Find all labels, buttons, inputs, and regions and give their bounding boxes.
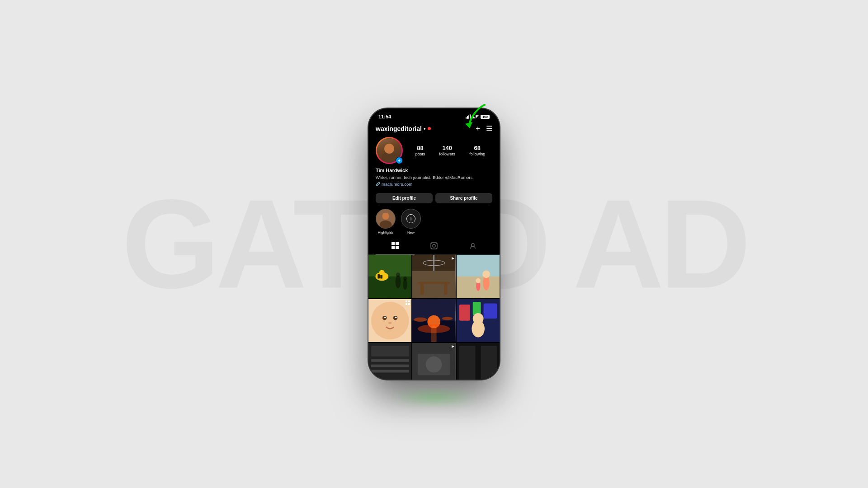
- svg-rect-66: [371, 359, 409, 362]
- svg-point-40: [371, 302, 409, 339]
- svg-rect-29: [418, 282, 450, 284]
- status-time: 11:54: [378, 114, 391, 119]
- profile-website[interactable]: 🔗 macrumors.com: [376, 182, 492, 187]
- photo-overlay-4: [406, 300, 410, 306]
- photo-overlay-8: ▶: [452, 344, 454, 348]
- tab-grid[interactable]: [376, 238, 415, 254]
- content-area: waxingeditorial ▾ ＋ ☰: [368, 121, 500, 380]
- profile-section: + 88 posts 140 followers: [368, 135, 500, 190]
- tab-tagged[interactable]: [453, 238, 492, 254]
- grid-photo-6[interactable]: [457, 299, 500, 342]
- svg-rect-67: [371, 365, 409, 367]
- live-dot: [428, 127, 431, 130]
- svg-point-22: [396, 273, 401, 277]
- grid-photo-3[interactable]: [457, 255, 500, 298]
- svg-rect-26: [412, 271, 455, 298]
- svg-point-38: [476, 278, 481, 283]
- svg-point-2: [382, 213, 389, 220]
- highlight-label-existing: Highlights: [377, 230, 393, 235]
- svg-point-71: [426, 357, 442, 373]
- posts-stat[interactable]: 88 posts: [415, 145, 425, 156]
- grid-photo-9[interactable]: [457, 343, 500, 380]
- svg-point-13: [436, 248, 437, 249]
- svg-point-44: [395, 316, 397, 318]
- svg-rect-34: [457, 255, 500, 277]
- username-container[interactable]: waxingeditorial ▾: [376, 125, 431, 132]
- svg-rect-74: [481, 346, 497, 380]
- svg-point-12: [431, 248, 432, 249]
- highlight-item-existing[interactable]: Highlights: [376, 209, 396, 235]
- add-story-button[interactable]: +: [396, 157, 403, 164]
- svg-rect-68: [371, 370, 409, 373]
- photo-grid: ▶: [368, 255, 500, 380]
- grid-photo-8[interactable]: ▶: [412, 343, 455, 380]
- followers-count: 140: [442, 145, 452, 151]
- svg-point-56: [442, 317, 453, 320]
- svg-rect-4: [392, 242, 395, 245]
- svg-rect-47: [408, 300, 410, 302]
- grid-photo-4[interactable]: [368, 299, 411, 342]
- svg-rect-73: [459, 346, 476, 380]
- highlights-row: Highlights + New: [368, 206, 500, 238]
- svg-rect-30: [420, 284, 424, 295]
- highlight-item-new[interactable]: + New: [401, 209, 421, 235]
- svg-point-63: [472, 313, 483, 324]
- svg-point-23: [403, 279, 407, 290]
- username-chevron: ▾: [424, 127, 426, 131]
- green-arrow-annotation: [460, 100, 491, 138]
- photo-overlay-2: ▶: [452, 256, 454, 260]
- phone-screen: 11:54 ◣◤ 100: [368, 108, 500, 380]
- svg-rect-18: [377, 274, 380, 279]
- grid-icon: [392, 242, 399, 250]
- svg-rect-6: [392, 246, 395, 249]
- svg-point-36: [482, 271, 490, 278]
- followers-label: followers: [439, 152, 455, 156]
- phone-container: 11:54 ◣◤ 100: [368, 108, 500, 380]
- svg-rect-60: [472, 302, 481, 315]
- svg-rect-49: [408, 303, 410, 305]
- grid-photo-2[interactable]: ▶: [412, 255, 455, 298]
- edit-profile-button[interactable]: Edit profile: [376, 193, 433, 203]
- following-stat[interactable]: 68 following: [469, 145, 485, 156]
- svg-marker-0: [465, 122, 472, 128]
- grid-photo-1[interactable]: [368, 255, 411, 298]
- share-profile-button[interactable]: Share profile: [435, 193, 492, 203]
- svg-point-45: [388, 322, 392, 324]
- highlight-add-icon: +: [406, 214, 415, 223]
- reels-icon: [430, 242, 438, 251]
- followers-stat[interactable]: 140 followers: [439, 145, 455, 156]
- website-text: macrumors.com: [382, 182, 412, 187]
- svg-rect-46: [406, 300, 407, 302]
- svg-rect-31: [444, 284, 448, 295]
- username-text: waxingeditorial: [376, 125, 422, 132]
- stats-row: 88 posts 140 followers 68 following: [408, 145, 492, 156]
- svg-rect-48: [406, 303, 407, 305]
- link-icon: 🔗: [376, 182, 380, 186]
- svg-point-9: [433, 244, 435, 247]
- svg-rect-59: [459, 305, 470, 321]
- profile-name: Tim Hardwick: [376, 168, 492, 173]
- tab-reels[interactable]: [415, 238, 453, 254]
- svg-rect-61: [483, 303, 497, 318]
- highlight-circle-add: +: [401, 209, 421, 229]
- following-count: 68: [474, 145, 481, 151]
- svg-point-21: [396, 276, 401, 289]
- posts-label: posts: [415, 152, 425, 156]
- posts-count: 88: [417, 145, 423, 151]
- grid-photo-5[interactable]: [412, 299, 455, 342]
- svg-point-24: [403, 277, 407, 281]
- action-buttons: Edit profile Share profile: [368, 190, 500, 206]
- avatar-wrapper[interactable]: +: [376, 137, 403, 164]
- svg-rect-5: [396, 242, 399, 245]
- svg-point-43: [384, 316, 386, 318]
- highlight-label-new: New: [407, 230, 415, 235]
- svg-point-20: [379, 270, 385, 276]
- tagged-icon: [469, 242, 476, 251]
- grid-photo-7[interactable]: [368, 343, 411, 380]
- highlight-circle-existing: [376, 209, 396, 229]
- tab-bar: [368, 238, 500, 255]
- svg-point-14: [472, 244, 474, 246]
- following-label: following: [469, 152, 485, 156]
- phone-shell: 11:54 ◣◤ 100: [368, 108, 500, 380]
- svg-rect-7: [396, 246, 399, 249]
